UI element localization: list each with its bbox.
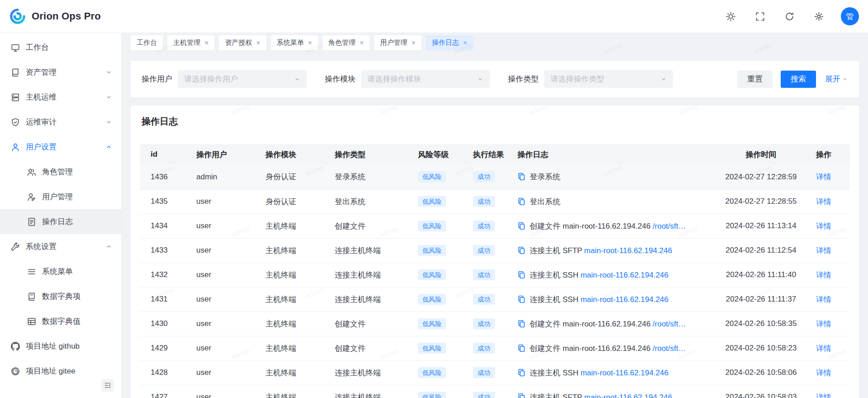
tab-2[interactable]: 资产授权× bbox=[219, 35, 266, 50]
github-icon bbox=[11, 342, 20, 351]
detail-link[interactable]: 详情 bbox=[816, 369, 831, 377]
sidebar-item[interactable]: 项目地址 github bbox=[0, 334, 121, 359]
tab-close-icon[interactable]: × bbox=[204, 39, 209, 47]
cell-module: 主机终端 bbox=[260, 214, 329, 238]
cell-risk: 低风险 bbox=[413, 336, 468, 360]
cell-log: 连接主机 SSH main-root-116.62.194.246 bbox=[512, 263, 711, 287]
result-badge: 成功 bbox=[473, 196, 495, 207]
cell-action: 详情 bbox=[811, 312, 850, 336]
tab-6[interactable]: 操作日志× bbox=[426, 35, 473, 50]
tab-label: 主机管理 bbox=[173, 38, 200, 47]
sidebar-item[interactable]: 用户管理 bbox=[0, 184, 121, 209]
tab-0[interactable]: 工作台 bbox=[131, 35, 163, 50]
cell-result: 成功 bbox=[468, 385, 512, 398]
detail-link[interactable]: 详情 bbox=[816, 197, 831, 206]
filter-select-user[interactable]: 请选择操作用户 bbox=[178, 70, 307, 88]
sidebar-item[interactable]: 系统设置 bbox=[0, 234, 121, 259]
select-placeholder: 请选择操作类型 bbox=[550, 74, 604, 84]
log-link[interactable]: /root/sft… bbox=[653, 320, 686, 328]
expand-toggle[interactable]: 展开 bbox=[825, 74, 848, 84]
cell-type: 创建文件 bbox=[329, 312, 413, 336]
sidebar-item[interactable]: 角色管理 bbox=[0, 159, 121, 184]
content-scroll[interactable]: 操作用户 请选择操作用户 操作模块 请选择操作模块 bbox=[122, 53, 868, 398]
cell-log: 创建文件 main-root-116.62.194.246 /root/sft… bbox=[512, 214, 711, 238]
filter-select-type[interactable]: 请选择操作类型 bbox=[544, 70, 673, 88]
sidebar-collapse-button[interactable] bbox=[101, 379, 114, 392]
log-link[interactable]: /root/sft… bbox=[653, 344, 686, 353]
search-button[interactable]: 搜索 bbox=[781, 71, 816, 88]
cell-id: 1429 bbox=[140, 336, 191, 360]
cell-action: 详情 bbox=[811, 263, 850, 287]
sidebar-item[interactable]: 用户设置 bbox=[0, 134, 121, 159]
refresh-icon bbox=[785, 12, 794, 21]
detail-link[interactable]: 详情 bbox=[816, 344, 831, 353]
sidebar-item-label: 主机运维 bbox=[26, 92, 57, 102]
cell-user: user bbox=[191, 263, 260, 287]
cell-type: 连接主机终端 bbox=[329, 238, 413, 263]
filter-group-module: 操作模块 请选择操作模块 bbox=[325, 70, 490, 88]
dict-icon bbox=[27, 292, 36, 301]
column-header: id bbox=[140, 144, 191, 165]
sidebar-item[interactable]: 主机运维 bbox=[0, 85, 121, 110]
fullscreen-button[interactable] bbox=[755, 12, 765, 21]
sidebar-item[interactable]: 操作日志 bbox=[0, 209, 121, 234]
log-link[interactable]: main-root-116.62.194.246 bbox=[584, 246, 672, 255]
cell-result: 成功 bbox=[468, 360, 512, 385]
tab-close-icon[interactable]: × bbox=[256, 39, 260, 47]
cell-user: user bbox=[191, 287, 260, 312]
column-header: 操作时间 bbox=[711, 144, 811, 165]
detail-link[interactable]: 详情 bbox=[816, 320, 831, 328]
sidebar-item[interactable]: 运维审计 bbox=[0, 110, 121, 134]
refresh-button[interactable] bbox=[785, 12, 794, 21]
log-text: 连接主机 SSH bbox=[530, 271, 580, 279]
detail-link[interactable]: 详情 bbox=[816, 246, 831, 255]
tab-5[interactable]: 用户管理× bbox=[374, 35, 421, 50]
detail-link[interactable]: 详情 bbox=[816, 222, 831, 230]
user-edit-icon bbox=[27, 192, 36, 201]
panel-title: 操作日志 bbox=[142, 115, 848, 128]
theme-toggle-button[interactable] bbox=[726, 12, 735, 21]
top-header: Orion Ops Pro 管 bbox=[0, 0, 868, 33]
cell-module: 主机终端 bbox=[260, 360, 329, 385]
log-link[interactable]: main-root-116.62.194.246 bbox=[580, 271, 668, 279]
main-content: 工作台主机管理×资产授权×系统菜单×角色管理×用户管理×操作日志× 操作用户 请… bbox=[122, 33, 868, 398]
cell-id: 1433 bbox=[140, 238, 191, 263]
log-link[interactable]: main-root-116.62.194.246 bbox=[580, 295, 668, 304]
risk-badge: 低风险 bbox=[418, 245, 446, 256]
risk-badge: 低风险 bbox=[418, 318, 446, 330]
filter-select-module[interactable]: 请选择操作模块 bbox=[361, 70, 490, 88]
filter-group-user: 操作用户 请选择操作用户 bbox=[142, 70, 307, 88]
app-title: Orion Ops Pro bbox=[32, 10, 101, 22]
cell-risk: 低风险 bbox=[413, 287, 468, 312]
sidebar-item[interactable]: 工作台 bbox=[0, 35, 121, 60]
sidebar-item[interactable]: 系统菜单 bbox=[0, 259, 121, 284]
tab-4[interactable]: 角色管理× bbox=[323, 35, 370, 50]
detail-link[interactable]: 详情 bbox=[816, 271, 831, 279]
gear-icon bbox=[814, 12, 824, 21]
detail-link[interactable]: 详情 bbox=[816, 173, 831, 181]
cell-id: 1434 bbox=[140, 214, 191, 238]
risk-badge: 低风险 bbox=[418, 171, 446, 182]
tab-1[interactable]: 主机管理× bbox=[167, 35, 214, 50]
tab-close-icon[interactable]: × bbox=[463, 39, 467, 47]
cell-risk: 低风险 bbox=[413, 312, 468, 336]
log-link[interactable]: /root/sft… bbox=[653, 222, 686, 230]
reset-button[interactable]: 重置 bbox=[737, 71, 773, 88]
detail-link[interactable]: 详情 bbox=[816, 393, 831, 398]
sidebar-item[interactable]: 数据字典项 bbox=[0, 284, 121, 309]
log-link[interactable]: main-root-116.62.194.246 bbox=[584, 393, 672, 398]
cell-user: user bbox=[191, 214, 260, 238]
sidebar-item[interactable]: 资产管理 bbox=[0, 60, 121, 85]
user-avatar[interactable]: 管 bbox=[841, 7, 859, 25]
cell-type: 连接主机终端 bbox=[329, 385, 413, 398]
cell-time: 2024-02-26 11:12:54 bbox=[711, 238, 811, 263]
cell-risk: 低风险 bbox=[413, 360, 468, 385]
tab-close-icon[interactable]: × bbox=[360, 39, 364, 47]
tab-close-icon[interactable]: × bbox=[411, 39, 415, 47]
tab-close-icon[interactable]: × bbox=[308, 39, 312, 47]
tab-3[interactable]: 系统菜单× bbox=[271, 35, 318, 50]
settings-button[interactable] bbox=[814, 12, 824, 21]
log-link[interactable]: main-root-116.62.194.246 bbox=[580, 369, 668, 377]
detail-link[interactable]: 详情 bbox=[816, 295, 831, 304]
sidebar-item[interactable]: 数据字典值 bbox=[0, 309, 121, 334]
